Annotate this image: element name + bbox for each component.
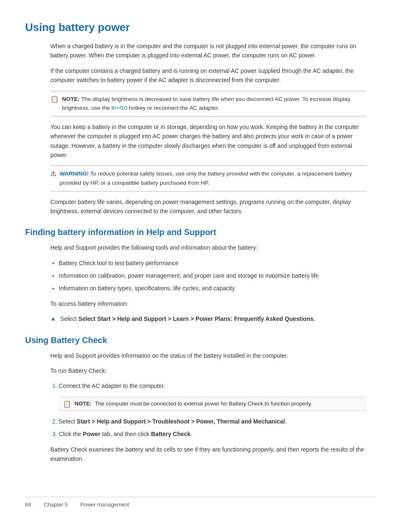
warning-content: WARNING! To reduce potential safety issu…	[60, 169, 366, 187]
warning-label: WARNING!	[60, 170, 89, 177]
page-title: Using battery power	[25, 21, 375, 34]
section-finding-battery-title: Finding battery information in Help and …	[25, 227, 375, 237]
arrow-text: Select Select Start > Help and Support >…	[60, 314, 315, 323]
section-battery-check-content: Help and Support provides information on…	[50, 351, 366, 464]
battery-info-list: Battery Check tool to test battery perfo…	[59, 258, 366, 293]
note-box-brightness: 📋 NOTE: The display brightness is decrea…	[50, 91, 366, 116]
run-battery-check-label: To run Battery Check:	[50, 366, 366, 375]
finding-battery-intro: Help and Support provides the following …	[50, 243, 366, 252]
note-icon-2: 📋	[63, 400, 71, 408]
section-finding-battery-content: Help and Support provides the following …	[50, 243, 366, 323]
note-box-external-power: 📋 NOTE: The computer must be connected t…	[59, 397, 366, 411]
battery-check-closing: Battery Check examines the battery and i…	[50, 445, 366, 464]
step-1: Connect the AC adapter to the computer.	[59, 381, 366, 390]
para-3: You can keep a battery in the computer o…	[50, 122, 366, 160]
note-label: NOTE:	[62, 96, 80, 102]
para-4: Computer battery life varies, depending …	[50, 197, 366, 216]
para-2: If the computer contains a charged batte…	[50, 66, 366, 85]
step-2-text: Select Start > Help and Support > Troubl…	[59, 418, 286, 425]
step-3: Click the Power tab, and then click Batt…	[59, 429, 366, 439]
section-using-battery-power: When a charged battery is in the compute…	[50, 41, 366, 216]
step-2: Select Start > Help and Support > Troubl…	[59, 417, 366, 426]
note-content: NOTE: The display brightness is decrease…	[62, 95, 366, 113]
battery-check-steps-2: Select Start > Help and Support > Troubl…	[59, 417, 366, 439]
para-1: When a charged battery is in the compute…	[50, 41, 366, 60]
step-1-text: Connect the AC adapter to the computer.	[59, 382, 165, 389]
note-icon: 📋	[50, 95, 59, 103]
access-label: To access battery information:	[50, 299, 366, 308]
note-text-2: The computer must be connected to extern…	[95, 400, 312, 407]
step-3-text: Click the Power tab, and then click Batt…	[59, 431, 192, 437]
footer-page-number: 68	[25, 501, 31, 508]
list-item: Information on battery types, specificat…	[59, 284, 366, 293]
fn-f10-link[interactable]: fn+f10	[112, 105, 127, 111]
section-battery-check-title: Using Battery Check	[25, 336, 375, 345]
arrow-item: ▲ Select Select Start > Help and Support…	[50, 314, 366, 323]
footer-chapter-title: Power management	[81, 501, 129, 508]
note-label-2: NOTE:	[75, 400, 91, 407]
note-text-after: hotkey or reconnect the AC adapter.	[127, 105, 219, 111]
list-item: Battery Check tool to test battery perfo…	[59, 258, 366, 268]
battery-check-intro: Help and Support provides information on…	[50, 351, 366, 360]
battery-check-steps: Connect the AC adapter to the computer.	[59, 381, 366, 390]
warning-triangle-icon: ⚠	[50, 170, 56, 178]
warning-box-safety: ⚠ WARNING! To reduce potential safety is…	[50, 165, 366, 191]
list-item: Information on calibration, power manage…	[59, 271, 366, 280]
page-footer: 68 Chapter 5 Power management	[25, 497, 375, 508]
warning-text: To reduce potential safety issues, use o…	[60, 170, 352, 186]
footer-chapter: Chapter 5	[44, 501, 68, 508]
arrow-right-icon: ▲	[50, 315, 56, 322]
